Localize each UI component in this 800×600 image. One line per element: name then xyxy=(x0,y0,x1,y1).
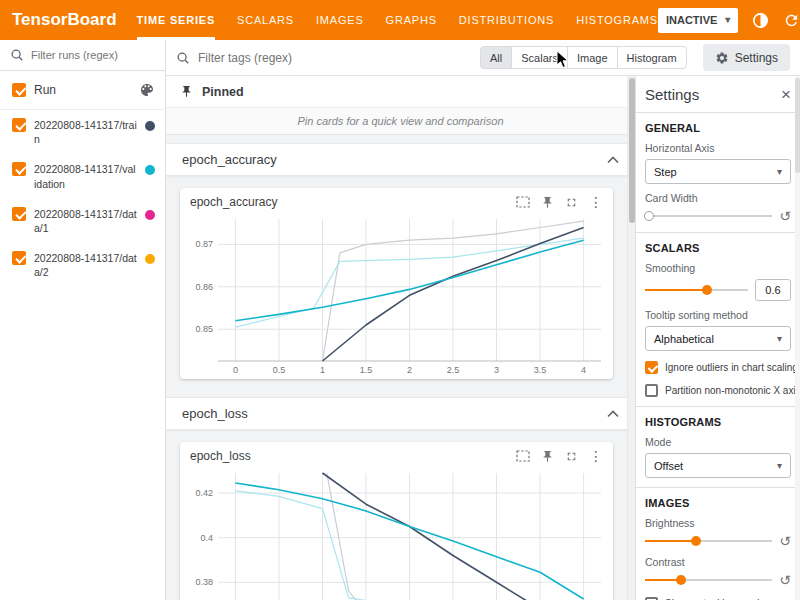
smoothing-slider[interactable] xyxy=(645,283,748,297)
filter-all-button[interactable]: All xyxy=(480,46,512,69)
gear-icon xyxy=(715,51,729,65)
divider xyxy=(636,232,800,233)
filter-image-button[interactable]: Image xyxy=(567,46,618,69)
histogram-mode-select[interactable]: Offset ▾ xyxy=(645,453,791,478)
run-row[interactable]: 20220808-141317/data/1 xyxy=(0,199,165,243)
filter-scalars-button[interactable]: Scalars xyxy=(511,46,568,69)
histogram-mode-value: Offset xyxy=(654,460,683,472)
smoothing-label: Smoothing xyxy=(645,262,791,274)
smoothing-value-input[interactable] xyxy=(755,279,791,301)
section-header-epoch-accuracy[interactable]: epoch_accuracy xyxy=(166,143,635,176)
settings-section-histograms: HISTOGRAMS xyxy=(645,416,791,428)
more-options-icon[interactable]: ⋮ xyxy=(589,195,603,209)
card-actions: ⋮ xyxy=(516,449,603,463)
tags-filter xyxy=(176,51,472,65)
horizontal-axis-label: Horizontal Axis xyxy=(645,142,791,154)
divider xyxy=(636,406,800,407)
settings-section-general: GENERAL xyxy=(645,122,791,134)
run-color-dot[interactable] xyxy=(145,165,155,175)
card-area: epoch_loss ⋮ 00.511.522.533.540.360.380.… xyxy=(166,430,635,600)
svg-text:0.87: 0.87 xyxy=(195,239,213,249)
run-row[interactable]: 20220808-141317/train xyxy=(0,110,165,154)
app-logo[interactable]: TensorBoard xyxy=(12,10,117,30)
svg-text:0.38: 0.38 xyxy=(195,577,213,587)
run-color-dot[interactable] xyxy=(145,254,155,264)
run-label: 20220808-141317/data/2 xyxy=(34,251,137,279)
tags-toolbar: All Scalars Image Histogram Settings xyxy=(166,40,800,76)
filter-runs-input[interactable] xyxy=(31,49,143,61)
contrast-slider[interactable] xyxy=(645,573,772,587)
divider xyxy=(636,112,800,113)
tab-distributions[interactable]: DISTRIBUTIONS xyxy=(459,0,554,40)
svg-text:0.85: 0.85 xyxy=(195,324,213,334)
tab-images[interactable]: IMAGES xyxy=(316,0,364,40)
select-all-runs-checkbox[interactable] xyxy=(12,83,26,97)
tab-histograms[interactable]: HISTOGRAMS xyxy=(576,0,658,40)
refresh-icon[interactable] xyxy=(783,12,800,29)
svg-text:0.5: 0.5 xyxy=(273,365,286,375)
section-title: epoch_loss xyxy=(182,406,248,421)
palette-icon[interactable] xyxy=(139,82,155,98)
card-title: epoch_loss xyxy=(190,449,508,463)
pin-icon xyxy=(180,85,193,98)
status-dropdown[interactable]: INACTIVE ▾ xyxy=(658,8,738,33)
contrast-reset-icon[interactable]: ↺ xyxy=(779,573,791,587)
run-row[interactable]: 20220808-141317/validation xyxy=(0,154,165,198)
section-title: epoch_accuracy xyxy=(182,152,277,167)
pinned-section-header: Pinned xyxy=(166,76,635,108)
scrollbar-thumb[interactable] xyxy=(795,78,800,173)
run-label: 20220808-141317/validation xyxy=(34,162,137,190)
dropdown-caret-icon: ▾ xyxy=(777,167,782,177)
run-checkbox[interactable] xyxy=(12,118,26,132)
partition-x-axis-checkbox[interactable] xyxy=(645,384,658,397)
fit-to-data-icon[interactable] xyxy=(516,450,530,462)
fit-to-data-icon[interactable] xyxy=(516,196,530,208)
filter-histogram-button[interactable]: Histogram xyxy=(617,46,687,69)
scrollbar[interactable] xyxy=(795,76,800,600)
pinned-title: Pinned xyxy=(202,85,244,99)
ignore-outliers-label: Ignore outliers in chart scaling xyxy=(665,362,798,373)
brightness-reset-icon[interactable]: ↺ xyxy=(779,534,791,548)
collapse-section-icon[interactable] xyxy=(607,156,619,164)
card-header: epoch_accuracy ⋮ xyxy=(180,188,613,211)
section-header-epoch-loss[interactable]: epoch_loss xyxy=(166,397,635,430)
epoch-accuracy-chart[interactable]: 00.511.522.533.540.850.860.87 xyxy=(182,211,611,379)
tooltip-sorting-value: Alphabetical xyxy=(654,333,714,345)
fullscreen-icon[interactable] xyxy=(565,196,578,209)
runs-filter xyxy=(0,40,165,71)
card-width-reset-icon[interactable]: ↺ xyxy=(779,209,791,223)
search-icon xyxy=(176,51,190,65)
run-color-dot[interactable] xyxy=(145,210,155,220)
tab-graphs[interactable]: GRAPHS xyxy=(386,0,437,40)
epoch-loss-chart[interactable]: 00.511.522.533.540.360.380.40.42 xyxy=(182,465,611,600)
tooltip-sorting-select[interactable]: Alphabetical ▾ xyxy=(645,326,791,351)
fullscreen-icon[interactable] xyxy=(565,450,578,463)
brightness-slider[interactable] xyxy=(645,534,772,548)
contrast-label: Contrast xyxy=(645,556,791,568)
settings-button[interactable]: Settings xyxy=(703,44,790,71)
dropdown-caret-icon: ▾ xyxy=(777,461,782,471)
partition-x-axis-label: Partition non-monotonic X axis xyxy=(665,385,800,396)
theme-toggle-icon[interactable] xyxy=(752,12,769,29)
ignore-outliers-checkbox[interactable] xyxy=(645,361,658,374)
run-checkbox[interactable] xyxy=(12,251,26,265)
run-color-dot[interactable] xyxy=(145,121,155,131)
pin-card-icon[interactable] xyxy=(541,196,554,209)
scrollbar[interactable] xyxy=(627,76,635,600)
histogram-mode-label: Mode xyxy=(645,436,791,448)
svg-text:1.5: 1.5 xyxy=(360,365,373,375)
close-icon[interactable]: × xyxy=(781,86,791,103)
horizontal-axis-select[interactable]: Step ▾ xyxy=(645,159,791,184)
collapse-section-icon[interactable] xyxy=(607,410,619,418)
tab-time-series[interactable]: TIME SERIES xyxy=(137,0,215,40)
settings-panel-title: Settings xyxy=(645,86,699,103)
card-width-slider[interactable] xyxy=(645,209,772,223)
pin-card-icon[interactable] xyxy=(541,450,554,463)
more-options-icon[interactable]: ⋮ xyxy=(589,449,603,463)
filter-tags-input[interactable] xyxy=(198,51,408,65)
run-checkbox[interactable] xyxy=(12,162,26,176)
run-row[interactable]: 20220808-141317/data/2 xyxy=(0,243,165,287)
tab-scalars[interactable]: SCALARS xyxy=(237,0,294,40)
svg-text:1: 1 xyxy=(320,365,325,375)
run-checkbox[interactable] xyxy=(12,207,26,221)
